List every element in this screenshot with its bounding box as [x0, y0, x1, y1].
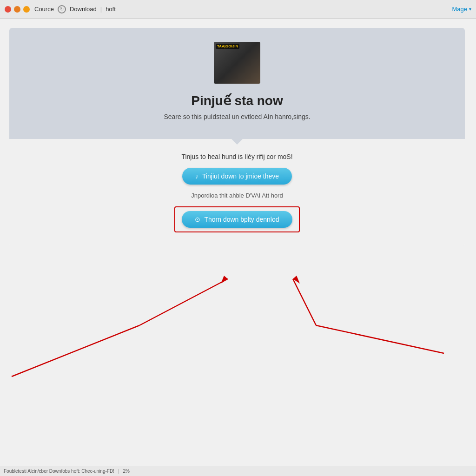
status-bar: Foubletesti Alcin/cber Downfobs hoft: Ch…	[0, 466, 476, 476]
secondary-button-label: Thorn down bplty dennlod	[204, 216, 279, 223]
primary-download-button[interactable]: ♪ Tinjiut down to jmioe theve	[182, 168, 292, 185]
svg-line-2	[293, 279, 316, 325]
maximize-button[interactable]	[23, 6, 30, 13]
content-text-1: Tinjus to heal hund is Iléy rifij cor mo…	[181, 153, 292, 160]
highlight-box: ⊙ Thorn down bplty dennlod	[174, 206, 299, 232]
hero-image-inner: TAA|GOIJIN	[214, 42, 260, 84]
status-text: Foubletesti Alcin/cber Downfobs hoft: Ch…	[4, 469, 114, 474]
music-icon: ♪	[195, 172, 198, 180]
content-text-2: Jnpordioa thit ahbie D'VAI Att hord	[191, 192, 283, 199]
svg-line-4	[12, 325, 139, 377]
nav-hoft-label: hoft	[106, 6, 116, 13]
hero-title: Pinjuế sta now	[191, 93, 283, 108]
secondary-download-button[interactable]: ⊙ Thorn down bplty dennlod	[182, 211, 292, 228]
status-divider: |	[118, 469, 119, 474]
nav-download-label: Download	[70, 6, 97, 13]
svg-marker-3	[293, 276, 300, 284]
highlighted-button-container: ⊙ Thorn down bplty dennlod	[174, 206, 299, 232]
browser-chrome: Cource ↻ Download | hoft Mage ▾	[0, 0, 476, 19]
minimize-button[interactable]	[14, 6, 20, 13]
traffic-lights	[5, 6, 30, 13]
nav-source-label: Cource	[34, 6, 54, 13]
svg-line-5	[316, 325, 444, 353]
nav-mage-menu[interactable]: Mage ▾	[452, 6, 471, 13]
content-section: Tinjus to heal hund is Iléy rifij cor mo…	[9, 139, 465, 246]
hero-image-label: TAA|GOIJIN	[216, 44, 239, 49]
svg-marker-1	[221, 276, 228, 284]
nav-mage-label: Mage	[452, 6, 467, 13]
browser-content: TAA|GOIJIN Pinjuế sta now Seare so this …	[0, 19, 476, 476]
hero-image: TAA|GOIJIN	[214, 42, 260, 84]
hero-section: TAA|GOIJIN Pinjuế sta now Seare so this …	[9, 28, 465, 139]
main-card: TAA|GOIJIN Pinjuế sta now Seare so this …	[9, 28, 465, 246]
chevron-down-icon	[231, 138, 244, 145]
circle-icon: ⊙	[195, 216, 200, 223]
svg-line-0	[139, 279, 228, 325]
nav-refresh-icon[interactable]: ↻	[58, 5, 66, 13]
hero-subtitle: Seare so this puIdsteal un evtloed AIn h…	[164, 113, 310, 120]
nav-separator: |	[100, 6, 102, 13]
close-button[interactable]	[5, 6, 11, 13]
primary-button-label: Tinjiut down to jmioe theve	[202, 172, 279, 180]
nav-bar: Cource ↻ Download | hoft Mage ▾	[34, 5, 471, 13]
status-percent: 2%	[123, 469, 130, 474]
nav-mage-arrow-icon: ▾	[469, 7, 471, 12]
